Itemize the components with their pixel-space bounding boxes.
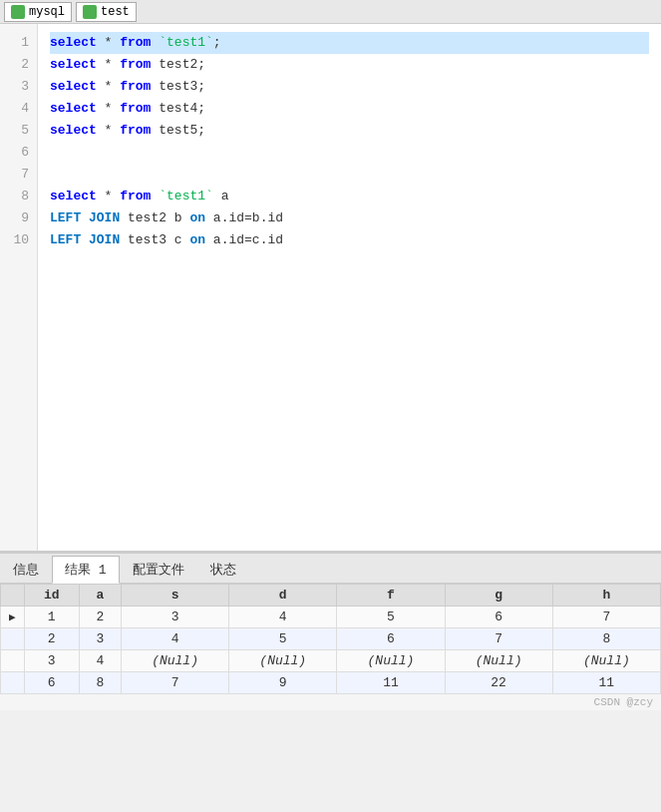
tab-icon bbox=[83, 5, 97, 19]
symbol: ; bbox=[213, 35, 221, 50]
table-cell: 9 bbox=[229, 672, 337, 694]
keyword: from bbox=[120, 101, 151, 116]
table-cell: 4 bbox=[229, 607, 337, 628]
panel-tab[interactable]: 状态 bbox=[197, 555, 249, 583]
keyword: select bbox=[50, 123, 97, 138]
table-cell: 4 bbox=[121, 628, 228, 650]
keyword: select bbox=[50, 189, 97, 203]
symbol: * bbox=[97, 101, 120, 116]
table-cell: 7 bbox=[552, 607, 660, 628]
keyword: from bbox=[120, 189, 151, 203]
keyword: select bbox=[50, 101, 97, 116]
table-cell: (Null) bbox=[552, 650, 660, 672]
mysql-icon bbox=[11, 5, 25, 19]
table-cell: 5 bbox=[229, 628, 337, 650]
line-numbers: 12345678910 bbox=[0, 24, 38, 551]
symbol: test2 b bbox=[120, 210, 189, 225]
code-line bbox=[50, 164, 649, 186]
symbol: test2; bbox=[151, 57, 205, 72]
table-cell: 4 bbox=[79, 650, 121, 672]
table-cell: 1 bbox=[24, 607, 79, 628]
line-number: 8 bbox=[0, 186, 37, 207]
symbol: * bbox=[97, 79, 120, 94]
table-cell: 6 bbox=[24, 672, 79, 694]
line-number: 9 bbox=[0, 207, 37, 229]
code-line: LEFT JOIN test2 b on a.id=b.id bbox=[50, 207, 649, 229]
tab-name: test bbox=[101, 5, 130, 19]
code-line: select * from `test1` a bbox=[50, 186, 649, 207]
table-cell: 22 bbox=[445, 672, 552, 694]
table-cell: 7 bbox=[121, 672, 228, 694]
bottom-panel: 信息结果 1配置文件状态 idasdfgh▶1234567234567834(N… bbox=[0, 553, 661, 710]
table-cell: 6 bbox=[445, 607, 552, 628]
keyword2: LEFT JOIN bbox=[50, 232, 120, 247]
table-header: h bbox=[552, 585, 660, 607]
db-selector[interactable]: mysql bbox=[4, 2, 72, 22]
watermark: CSDN @zcy bbox=[0, 694, 661, 710]
keyword: from bbox=[120, 79, 151, 94]
line-number: 3 bbox=[0, 76, 37, 98]
panel-tab[interactable]: 结果 1 bbox=[52, 556, 120, 584]
line-number: 10 bbox=[0, 229, 37, 251]
table-cell: 6 bbox=[337, 628, 445, 650]
symbol: a.id=c.id bbox=[205, 232, 283, 247]
keyword: from bbox=[120, 35, 151, 50]
keyword: select bbox=[50, 35, 97, 50]
panel-tab[interactable]: 信息 bbox=[0, 555, 52, 583]
keyword2: on bbox=[189, 232, 205, 247]
line-number: 4 bbox=[0, 98, 37, 120]
table-header: a bbox=[79, 585, 121, 607]
top-bar: mysql test bbox=[0, 0, 661, 24]
symbol: * bbox=[97, 57, 120, 72]
table-header: d bbox=[229, 585, 337, 607]
editor-area: 12345678910 select * from `test1`;select… bbox=[0, 24, 661, 553]
table-row: 2345678 bbox=[1, 628, 661, 650]
table-header: s bbox=[121, 585, 228, 607]
table-cell: 3 bbox=[79, 628, 121, 650]
symbol: a.id=b.id bbox=[205, 210, 283, 225]
table-cell: 3 bbox=[24, 650, 79, 672]
symbol: test3; bbox=[151, 79, 205, 94]
table-cell: (Null) bbox=[337, 650, 445, 672]
panel-tabs-row: 信息结果 1配置文件状态 bbox=[0, 554, 661, 584]
table-cell: 2 bbox=[24, 628, 79, 650]
table-row: 34(Null)(Null)(Null)(Null)(Null) bbox=[1, 650, 661, 672]
table-cell: (Null) bbox=[229, 650, 337, 672]
table-header: f bbox=[337, 585, 445, 607]
code-line: select * from test3; bbox=[50, 76, 649, 98]
table-cell: 2 bbox=[79, 607, 121, 628]
row-indicator bbox=[1, 650, 25, 672]
keyword: select bbox=[50, 57, 97, 72]
symbol: a bbox=[213, 189, 229, 203]
panel-tab[interactable]: 配置文件 bbox=[120, 555, 197, 583]
keyword2: LEFT JOIN bbox=[50, 210, 120, 225]
symbol: * bbox=[97, 123, 120, 138]
symbol: test3 c bbox=[120, 232, 189, 247]
symbol: * bbox=[97, 189, 120, 203]
symbol: test4; bbox=[151, 101, 205, 116]
code-line: select * from test4; bbox=[50, 98, 649, 120]
db-name: mysql bbox=[29, 5, 65, 19]
table-cell: (Null) bbox=[121, 650, 228, 672]
line-number: 2 bbox=[0, 54, 37, 76]
table-cell: 3 bbox=[121, 607, 228, 628]
table-cell: 11 bbox=[337, 672, 445, 694]
code-line: LEFT JOIN test3 c on a.id=c.id bbox=[50, 229, 649, 251]
symbol: test5; bbox=[151, 123, 205, 138]
tab-selector[interactable]: test bbox=[76, 2, 137, 22]
line-number: 6 bbox=[0, 142, 37, 164]
table-cell: (Null) bbox=[445, 650, 552, 672]
code-line: select * from `test1`; bbox=[50, 32, 649, 54]
row-indicator bbox=[1, 672, 25, 694]
table-tick: `test1` bbox=[159, 35, 213, 50]
code-content[interactable]: select * from `test1`;select * from test… bbox=[38, 24, 661, 551]
line-number: 5 bbox=[0, 120, 37, 142]
keyword: from bbox=[120, 57, 151, 72]
keyword: select bbox=[50, 79, 97, 94]
row-indicator: ▶ bbox=[1, 607, 25, 628]
table-cell: 8 bbox=[552, 628, 660, 650]
keyword2: on bbox=[189, 210, 205, 225]
table-header: g bbox=[445, 585, 552, 607]
table-cell: 8 bbox=[79, 672, 121, 694]
line-number: 1 bbox=[0, 32, 37, 54]
